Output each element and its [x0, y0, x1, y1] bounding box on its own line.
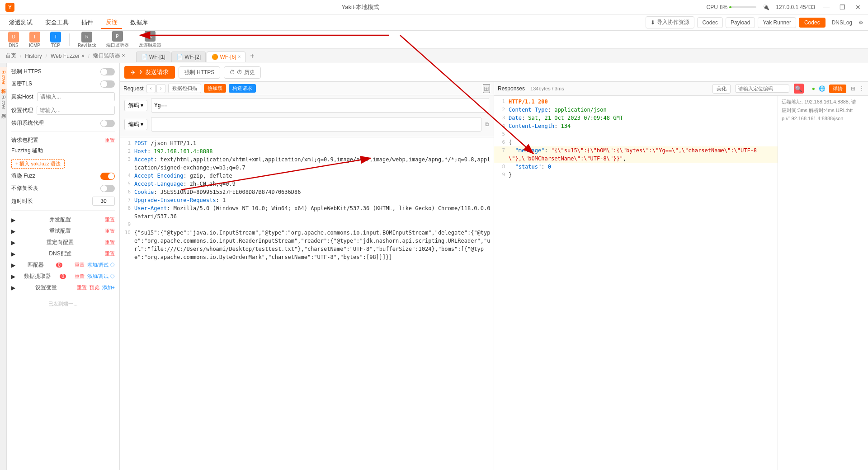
network-icon: 🔌: [763, 4, 769, 10]
response-expand-icon[interactable]: ⊞: [851, 85, 855, 92]
request-nav-prev[interactable]: ‹: [146, 84, 156, 93]
history-button[interactable]: ⏱ ⏱ 历史: [224, 66, 260, 79]
decode-select[interactable]: 解码 ▾: [124, 100, 147, 111]
menu-security-tools[interactable]: 安全工具: [41, 17, 73, 28]
stain-fuzz-label: 渲染 Fuzz: [11, 172, 35, 180]
tab-wf6-close[interactable]: ×: [238, 54, 241, 59]
maximize-button[interactable]: ❐: [838, 3, 847, 12]
dns-reset[interactable]: 重置: [105, 250, 115, 257]
decode-input[interactable]: [151, 98, 489, 113]
matcher-reset[interactable]: 重置: [75, 262, 85, 268]
no-repeat-toggle[interactable]: [100, 185, 115, 192]
minimize-button[interactable]: —: [821, 3, 831, 12]
set-var-add[interactable]: 添加+: [102, 284, 115, 291]
add-tab-button[interactable]: +: [246, 50, 258, 62]
fuzzer-tab-sidebar[interactable]: Fuzzer 标签: [0, 67, 7, 89]
breadcrumb-port-listener[interactable]: 端口监听器 ×: [90, 51, 127, 61]
app-title: Yakit·本地模式: [341, 3, 379, 11]
breadcrumb-web-fuzzer[interactable]: Web Fuzzer ×: [48, 52, 87, 60]
response-line-3: 3 Date: Sat, 21 Oct 2023 07:09:48 GMT: [494, 114, 778, 122]
stain-fuzz-row: 渲染 Fuzz: [11, 172, 115, 180]
response-panel-title: Responses: [498, 85, 525, 92]
close-button[interactable]: ✕: [854, 3, 863, 12]
request-config-section[interactable]: 请求包配置 重置: [11, 136, 115, 144]
revhack-tool[interactable]: R RevHack: [74, 31, 100, 49]
request-line-5: 5 Accept-Language: zh-CN,zh;q=0.9: [120, 180, 494, 188]
set-var-preview[interactable]: 预览: [90, 284, 99, 291]
icon-bar: D DNS I ICMP T TCP R RevHack P 端口监听器 反 反…: [0, 31, 868, 49]
force-https-button[interactable]: 强制 HTTPS: [179, 66, 221, 79]
menu-database[interactable]: 数据库: [126, 17, 152, 28]
fuzz-tag-button[interactable]: + 插入 yak.fuzz 语法: [11, 159, 65, 169]
encode-chevron-icon: ▾: [141, 121, 143, 127]
request-config-reset[interactable]: 重置: [105, 137, 115, 144]
realhost-input[interactable]: [37, 92, 115, 101]
tab-wf6[interactable]: 🟠 WF-[6] ×: [207, 52, 245, 62]
matcher-section: ▶ 匹配器 0 重置 添加/调试 ◇: [11, 259, 115, 271]
proxy-input[interactable]: [37, 106, 115, 115]
settings-icon[interactable]: ⚙: [859, 19, 863, 26]
retry-label: 重试配置: [49, 227, 71, 235]
response-more-icon[interactable]: ⋮: [859, 85, 864, 92]
breadcrumb-home[interactable]: 首页: [3, 51, 19, 61]
extractor-add-debug[interactable]: 添加/调试 ◇: [87, 273, 115, 280]
menu-actions: ⬇ 导入协作资源 Codec Payload Yak Runner Codec …: [646, 16, 863, 28]
request-line-1: 1 POST /json HTTP/1.1: [120, 139, 494, 147]
concurrent-reset[interactable]: 重置: [105, 216, 115, 223]
import-resources-button[interactable]: ⬇ 导入协作资源: [646, 16, 694, 28]
app-logo-icon: Y: [5, 3, 14, 12]
tab-wf1[interactable]: 📄 WF-[1]: [136, 52, 170, 62]
disable-sys-proxy-toggle[interactable]: [100, 120, 115, 127]
codec-menu-button[interactable]: Codec: [697, 17, 723, 28]
detail-button[interactable]: 详情: [829, 85, 846, 93]
request-expand-button[interactable]: ⊞: [483, 84, 490, 93]
matcher-add-debug[interactable]: 添加/调试 ◇: [87, 262, 115, 268]
dns-tool[interactable]: D DNS: [5, 31, 23, 49]
fuzzer-sequence-sidebar[interactable]: Fuzzer 序列: [0, 92, 7, 114]
extractor-badge: 0: [60, 274, 66, 279]
fuzz-tag-label: Fuzztag 辅助: [11, 147, 43, 155]
send-request-button[interactable]: ✈ ✈ 发送请求: [124, 66, 175, 79]
response-browser-icon: 🌐: [819, 85, 826, 92]
no-repeat-label: 不修复长度: [11, 184, 38, 192]
annotation-time: 应时间:3ms 解析时:4ms URL:htt: [782, 107, 864, 114]
yak-runner-button[interactable]: Yak Runner: [758, 17, 796, 28]
port-listener-tool[interactable]: P 端口监听器: [103, 30, 132, 49]
beautify-button[interactable]: 美化: [712, 84, 731, 94]
request-code-area: 1 POST /json HTTP/1.1 2 Host: 192.168.16…: [120, 137, 494, 470]
retry-reset[interactable]: 重置: [105, 228, 115, 235]
data-scan-btn[interactable]: 数据包扫描: [168, 84, 201, 93]
bottom-hint: 已发到端一...: [11, 301, 115, 307]
codec-active-button[interactable]: Codec: [799, 18, 826, 28]
timeout-input[interactable]: 30: [92, 197, 115, 206]
request-nav-next[interactable]: ›: [156, 84, 165, 93]
hot-add-btn[interactable]: 热加载: [204, 84, 226, 93]
stain-fuzz-toggle[interactable]: [100, 173, 115, 180]
menu-reverse[interactable]: 反连: [101, 16, 122, 29]
request-panel-header: Request ‹ › 数据包扫描 热加载 构造请求 ⊞: [120, 82, 494, 95]
build-request-btn[interactable]: 构造请求: [229, 84, 256, 93]
encode-select[interactable]: 编码 ▾: [124, 119, 147, 130]
force-https-toggle[interactable]: [100, 68, 115, 75]
menu-plugins[interactable]: 插件: [77, 17, 98, 28]
extractor-reset[interactable]: 重置: [75, 273, 85, 280]
reverse-trigger-tool[interactable]: 反 反连触发器: [135, 30, 165, 49]
encode-input[interactable]: [151, 117, 481, 132]
response-search-input[interactable]: [735, 85, 789, 93]
icmp-tool[interactable]: I ICMP: [25, 31, 44, 49]
redirect-section: ▶ 重定向配置 重置: [11, 237, 115, 248]
breadcrumb-history[interactable]: History: [22, 52, 44, 60]
response-search-button[interactable]: 🔍: [794, 84, 804, 94]
payload-button[interactable]: Payload: [726, 17, 755, 28]
redirect-reset[interactable]: 重置: [105, 239, 115, 246]
tcp-tool[interactable]: T TCP: [47, 31, 65, 49]
cpu-label: CPU: [707, 4, 718, 10]
gmtls-toggle[interactable]: [100, 80, 115, 88]
menu-pentest[interactable]: 渗透测试: [5, 17, 37, 28]
tab-wf2-label: 📄 WF-[2]: [176, 54, 201, 60]
request-line-7: 7 Upgrade-Insecure-Requests: 1: [120, 196, 494, 204]
set-var-reset[interactable]: 重置: [77, 284, 87, 291]
tab-wf2[interactable]: 📄 WF-[2]: [171, 52, 206, 62]
menu-bar: 渗透测试 安全工具 插件 反连 数据库 ⬇ 导入协作资源 Codec Paylo…: [0, 14, 868, 31]
decode-row: 解码 ▾: [124, 98, 489, 113]
